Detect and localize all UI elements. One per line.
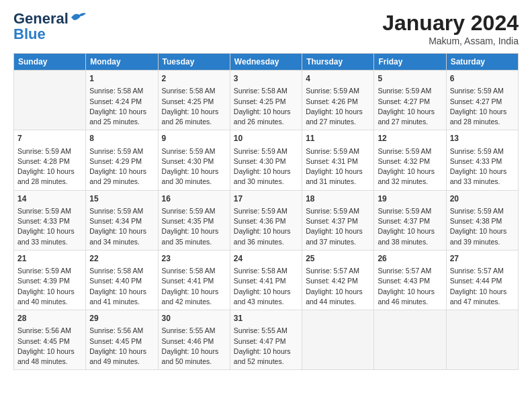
sunset-text: Sunset: 4:27 PM — [450, 97, 515, 107]
calendar-table: SundayMondayTuesdayWednesdayThursdayFrid… — [13, 53, 519, 370]
sunrise-text: Sunrise: 5:59 AM — [234, 206, 298, 216]
daylight-text: and 42 minutes. — [162, 297, 226, 307]
day-number: 25 — [306, 253, 370, 265]
sunrise-text: Sunrise: 5:59 AM — [17, 266, 82, 276]
daylight-text: and 27 minutes. — [378, 117, 442, 127]
calendar-cell: 2Sunrise: 5:58 AMSunset: 4:25 PMDaylight… — [158, 71, 230, 130]
daylight-text: and 29 minutes. — [89, 177, 154, 187]
calendar-cell: 17Sunrise: 5:59 AMSunset: 4:36 PMDayligh… — [230, 190, 302, 250]
daylight-text: Daylight: 10 hours — [306, 226, 370, 236]
daylight-text: Daylight: 10 hours — [306, 287, 370, 297]
col-header-friday: Friday — [374, 54, 446, 71]
day-number: 15 — [89, 193, 154, 205]
day-number: 14 — [17, 193, 82, 205]
sunrise-text: Sunrise: 5:59 AM — [234, 146, 298, 156]
sunrise-text: Sunrise: 5:59 AM — [378, 206, 442, 216]
calendar-cell — [374, 310, 446, 370]
daylight-text: and 39 minutes. — [450, 237, 515, 247]
day-number: 8 — [89, 133, 154, 144]
sunset-text: Sunset: 4:37 PM — [378, 216, 442, 226]
col-header-tuesday: Tuesday — [158, 54, 230, 71]
sunrise-text: Sunrise: 5:55 AM — [234, 326, 298, 336]
daylight-text: Daylight: 10 hours — [162, 347, 226, 357]
sunrise-text: Sunrise: 5:57 AM — [450, 266, 515, 276]
day-number: 5 — [378, 73, 442, 85]
header: General Blue January 2024 Makum, Assam, … — [13, 11, 519, 46]
sunrise-text: Sunrise: 5:57 AM — [306, 266, 370, 276]
daylight-text: and 50 minutes. — [162, 357, 226, 367]
sunset-text: Sunset: 4:29 PM — [89, 156, 154, 167]
calendar-cell: 15Sunrise: 5:59 AMSunset: 4:34 PMDayligh… — [86, 190, 158, 250]
sunrise-text: Sunrise: 5:59 AM — [450, 206, 515, 216]
daylight-text: and 35 minutes. — [162, 237, 226, 247]
day-number: 28 — [17, 313, 82, 324]
day-number: 26 — [378, 253, 442, 265]
daylight-text: Daylight: 10 hours — [162, 287, 226, 297]
daylight-text: Daylight: 10 hours — [306, 107, 370, 117]
day-number: 9 — [162, 133, 226, 144]
calendar-row: 28Sunrise: 5:56 AMSunset: 4:45 PMDayligh… — [14, 310, 519, 370]
sunset-text: Sunset: 4:24 PM — [89, 97, 154, 107]
calendar-cell: 26Sunrise: 5:57 AMSunset: 4:43 PMDayligh… — [374, 250, 446, 310]
daylight-text: and 28 minutes. — [17, 177, 82, 187]
calendar-row: 14Sunrise: 5:59 AMSunset: 4:33 PMDayligh… — [14, 190, 519, 250]
logo: General Blue — [13, 11, 87, 42]
logo-text-blue: Blue — [13, 27, 46, 42]
day-number: 6 — [450, 73, 515, 85]
calendar-cell — [446, 310, 518, 370]
sunrise-text: Sunrise: 5:56 AM — [89, 326, 154, 336]
sunrise-text: Sunrise: 5:59 AM — [306, 146, 370, 156]
sunset-text: Sunset: 4:28 PM — [17, 156, 82, 167]
day-number: 2 — [162, 73, 226, 85]
calendar-cell: 27Sunrise: 5:57 AMSunset: 4:44 PMDayligh… — [446, 250, 518, 310]
daylight-text: Daylight: 10 hours — [234, 287, 298, 297]
daylight-text: and 30 minutes. — [162, 177, 226, 187]
calendar-page: General Blue January 2024 Makum, Assam, … — [0, 0, 532, 411]
day-number: 17 — [234, 193, 298, 205]
daylight-text: and 30 minutes. — [234, 177, 298, 187]
calendar-row: 7Sunrise: 5:59 AMSunset: 4:28 PMDaylight… — [14, 130, 519, 190]
daylight-text: and 49 minutes. — [89, 357, 154, 367]
calendar-cell: 12Sunrise: 5:59 AMSunset: 4:32 PMDayligh… — [374, 130, 446, 190]
calendar-cell: 19Sunrise: 5:59 AMSunset: 4:37 PMDayligh… — [374, 190, 446, 250]
daylight-text: and 33 minutes. — [17, 237, 82, 247]
sunrise-text: Sunrise: 5:59 AM — [450, 86, 515, 96]
sunset-text: Sunset: 4:26 PM — [306, 97, 370, 107]
calendar-cell: 14Sunrise: 5:59 AMSunset: 4:33 PMDayligh… — [14, 190, 86, 250]
calendar-cell: 28Sunrise: 5:56 AMSunset: 4:45 PMDayligh… — [14, 310, 86, 370]
calendar-cell: 5Sunrise: 5:59 AMSunset: 4:27 PMDaylight… — [374, 71, 446, 130]
daylight-text: Daylight: 10 hours — [378, 167, 442, 177]
calendar-cell: 31Sunrise: 5:55 AMSunset: 4:47 PMDayligh… — [230, 310, 302, 370]
calendar-cell: 24Sunrise: 5:58 AMSunset: 4:41 PMDayligh… — [230, 250, 302, 310]
sunset-text: Sunset: 4:37 PM — [306, 216, 370, 226]
day-number: 21 — [17, 253, 82, 265]
calendar-row: 1Sunrise: 5:58 AMSunset: 4:24 PMDaylight… — [14, 71, 519, 130]
header-row: SundayMondayTuesdayWednesdayThursdayFrid… — [14, 54, 519, 71]
day-number: 4 — [306, 73, 370, 85]
logo-bird-icon — [70, 11, 87, 24]
sunrise-text: Sunrise: 5:59 AM — [378, 86, 442, 96]
sunset-text: Sunset: 4:30 PM — [234, 156, 298, 167]
calendar-cell: 6Sunrise: 5:59 AMSunset: 4:27 PMDaylight… — [446, 71, 518, 130]
sunset-text: Sunset: 4:33 PM — [17, 216, 82, 226]
calendar-cell: 8Sunrise: 5:59 AMSunset: 4:29 PMDaylight… — [86, 130, 158, 190]
sunset-text: Sunset: 4:25 PM — [234, 97, 298, 107]
daylight-text: Daylight: 10 hours — [234, 226, 298, 236]
daylight-text: and 40 minutes. — [17, 297, 82, 307]
day-number: 16 — [162, 193, 226, 205]
daylight-text: Daylight: 10 hours — [17, 347, 82, 357]
sunrise-text: Sunrise: 5:59 AM — [89, 206, 154, 216]
daylight-text: and 34 minutes. — [89, 237, 154, 247]
calendar-cell: 9Sunrise: 5:59 AMSunset: 4:30 PMDaylight… — [158, 130, 230, 190]
sunset-text: Sunset: 4:39 PM — [17, 276, 82, 286]
daylight-text: and 26 minutes. — [234, 117, 298, 127]
month-title: January 2024 — [382, 11, 519, 36]
day-number: 11 — [306, 133, 370, 144]
calendar-cell: 3Sunrise: 5:58 AMSunset: 4:25 PMDaylight… — [230, 71, 302, 130]
sunrise-text: Sunrise: 5:58 AM — [89, 86, 154, 96]
sunset-text: Sunset: 4:44 PM — [450, 276, 515, 286]
sunset-text: Sunset: 4:41 PM — [162, 276, 226, 286]
sunrise-text: Sunrise: 5:59 AM — [306, 206, 370, 216]
col-header-monday: Monday — [86, 54, 158, 71]
col-header-wednesday: Wednesday — [230, 54, 302, 71]
